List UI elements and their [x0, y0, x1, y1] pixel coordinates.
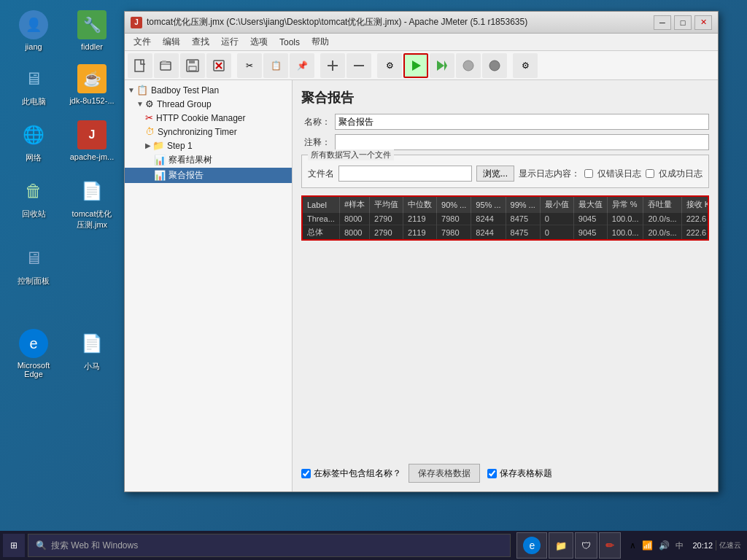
menu-tools[interactable]: Tools — [274, 35, 306, 50]
file-label: 文件名 — [308, 168, 334, 180]
tree-panel: ▼ 📋 Badboy Test Plan ▼ ⚙ Thread Group ✂ … — [125, 80, 293, 491]
toolbar-play-button[interactable] — [403, 53, 428, 78]
menu-file[interactable]: 文件 — [128, 34, 157, 50]
col-95pct: 95% ... — [471, 197, 506, 213]
control-icon: 🖥 — [19, 244, 48, 273]
toolbar-extra-button[interactable]: ⚙ — [513, 53, 538, 78]
tomcat-icon: 📄 — [77, 176, 107, 206]
toolbar-copy-button[interactable]: 📋 — [263, 53, 288, 78]
httpcookie-label: HTTP Cookie Manager — [156, 113, 246, 123]
desktop-icon-tomcat[interactable]: 📄 tomcat优化压测.jmx — [66, 174, 118, 233]
cell-90pct-0: 7980 — [437, 213, 471, 225]
desktop-icon-mypc[interactable]: 🖥 此电脑 — [7, 61, 60, 110]
menu-help[interactable]: 帮助 — [306, 34, 335, 50]
toolbar-play-nopause-button[interactable] — [430, 53, 454, 78]
toolbar-stopnow-button[interactable] — [482, 53, 507, 78]
menu-run[interactable]: 运行 — [215, 34, 244, 50]
taskbar-apps: e 📁 🛡 ✏ — [514, 532, 624, 559]
toolbar-settings-button[interactable]: ⚙ — [377, 53, 402, 78]
save-table-data-button[interactable]: 保存表格数据 — [409, 464, 480, 483]
close-button[interactable]: ✕ — [694, 15, 712, 30]
note-input[interactable] — [335, 134, 709, 150]
cell-received-1: 222.6 — [681, 225, 709, 240]
svg-rect-2 — [162, 61, 166, 63]
include-group-name-checkbox[interactable] — [301, 469, 311, 478]
cell-avg-0: 2790 — [370, 213, 403, 225]
synctimer-label: Synchronizing Timer — [158, 127, 237, 137]
cell-received-0: 222.6 — [681, 213, 709, 225]
step1-icon: 📁 — [152, 140, 164, 151]
tree-item-aggreport[interactable]: 📊 聚合报告 — [125, 168, 292, 183]
name-input[interactable] — [335, 114, 709, 130]
cell-max-1: 9045 — [573, 225, 607, 240]
tree-item-httpcookie[interactable]: ✂ HTTP Cookie Manager — [125, 111, 292, 125]
error-log-checkbox[interactable] — [584, 169, 593, 178]
tree-item-threadgroup[interactable]: ▼ ⚙ Thread Group — [125, 97, 292, 111]
collapse-arrow-badboy[interactable]: ▼ — [128, 86, 135, 94]
ime-icon[interactable]: 中 — [676, 540, 684, 551]
desktop: 👤 jiang 🔧 fiddler 🖥 此电脑 ☕ jdk-8u152-... … — [0, 0, 747, 531]
menu-bar: 文件 编辑 查找 运行 选项 Tools 帮助 — [125, 34, 718, 51]
success-log-checkbox[interactable] — [646, 169, 654, 178]
tree-item-step1[interactable]: ▶ 📁 Step 1 — [125, 139, 292, 152]
desktop-icon-apache[interactable]: J apache-jm... — [66, 117, 118, 166]
browse-button[interactable]: 浏览... — [476, 166, 514, 182]
tree-item-synctimer[interactable]: ⏱ Synchronizing Timer — [125, 125, 292, 139]
start-button[interactable]: ⊞ — [3, 534, 25, 557]
toolbar-remove-button[interactable] — [347, 53, 371, 78]
file-input[interactable] — [338, 166, 472, 182]
desktop-icon-edge[interactable]: e MicrosoftEdge — [7, 326, 60, 381]
toolbar-paste-button[interactable]: 📌 — [290, 53, 314, 78]
desktop-icon-recycle[interactable]: 🗑 回收站 — [7, 174, 60, 233]
taskbar-search[interactable]: 🔍 搜索 Web 和 Windows — [28, 534, 511, 557]
time-display: 20:12 — [692, 541, 713, 550]
minimize-button[interactable]: ─ — [654, 15, 671, 30]
toolbar-clear-button[interactable] — [206, 53, 231, 78]
col-median: 中位数 — [403, 197, 437, 213]
toolbar-new-button[interactable] — [128, 53, 152, 78]
toolbar-open-button[interactable] — [154, 53, 179, 78]
cell-samples-0: 8000 — [339, 213, 369, 225]
taskbar-app-edge[interactable]: e — [516, 532, 547, 559]
report-panel: 聚合报告 名称： 注释： 所有数据写入一个文件 文件名 — [293, 80, 718, 491]
tray-up-icon[interactable]: ∧ — [630, 540, 636, 551]
synctimer-icon: ⏱ — [145, 126, 155, 137]
taskbar-app-explorer[interactable]: 📁 — [549, 532, 573, 559]
file-group: 所有数据写入一个文件 文件名 浏览... 显示日志内容： 仅错误日志 仅成功日志 — [301, 155, 709, 188]
desktop-icon-jiang[interactable]: 👤 jiang — [7, 7, 60, 54]
tree-item-badboy[interactable]: ▼ 📋 Badboy Test Plan — [125, 83, 292, 97]
tree-item-viewresults[interactable]: 📊 察看结果树 — [125, 152, 292, 168]
toolbar-add-button[interactable] — [320, 53, 345, 78]
svg-rect-4 — [189, 60, 195, 63]
cell-avg-1: 2790 — [370, 225, 403, 240]
desktop-icon-network[interactable]: 🌐 网络 — [7, 117, 60, 166]
collapse-arrow-threadgroup[interactable]: ▼ — [136, 100, 144, 108]
recycle-icon: 🗑 — [19, 176, 48, 206]
save-table-header-checkbox[interactable] — [487, 469, 497, 478]
toolbar-cut-button[interactable]: ✂ — [237, 53, 262, 78]
menu-find[interactable]: 查找 — [186, 34, 215, 50]
toolbar-save-button[interactable] — [180, 53, 205, 78]
menu-options[interactable]: 选项 — [244, 34, 274, 50]
taskbar-app-jmeter[interactable]: ✏ — [599, 532, 621, 559]
col-99pct: 99% ... — [506, 197, 540, 213]
name-row: 名称： — [301, 114, 709, 130]
volume-tray-icon[interactable]: 🔊 — [659, 540, 670, 551]
menu-edit[interactable]: 编辑 — [157, 34, 186, 50]
app-icon: J — [131, 17, 142, 28]
taskbar-app-store[interactable]: 🛡 — [575, 532, 597, 559]
toolbar-stop-button[interactable] — [456, 53, 481, 78]
branding: 亿速云 — [716, 540, 744, 551]
cell-99pct-0: 8475 — [506, 213, 540, 225]
cell-min-1: 0 — [540, 225, 573, 240]
desktop-icon-fiddler[interactable]: 🔧 fiddler — [66, 7, 118, 54]
desktop-icon-xiaoma[interactable]: 📄 小马 — [66, 326, 118, 381]
network-tray-icon[interactable]: 📶 — [642, 540, 653, 551]
cell-error-0: 100.0... — [607, 213, 643, 225]
desktop-icon-control[interactable]: 🖥 控制面板 — [7, 241, 60, 289]
maximize-button[interactable]: □ — [674, 15, 692, 30]
collapse-arrow-step1[interactable]: ▶ — [145, 141, 151, 149]
desktop-icon-jdk[interactable]: ☕ jdk-8u152-... — [66, 61, 118, 110]
cell-throughput-1: 20.0/s... — [643, 225, 681, 240]
svg-marker-14 — [444, 61, 447, 71]
